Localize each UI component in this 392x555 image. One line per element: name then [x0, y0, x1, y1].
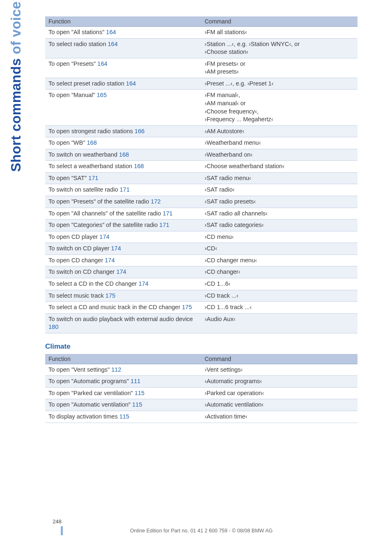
- function-cell: To open strongest radio stations 166: [45, 125, 201, 137]
- table-row: To select radio station 164›Station ...‹…: [45, 38, 357, 58]
- page-ref[interactable]: 168: [132, 163, 144, 169]
- page-ref[interactable]: 174: [115, 268, 126, 275]
- table-row: To switch on audio playback with externa…: [45, 313, 357, 333]
- page-ref[interactable]: 180: [48, 324, 58, 330]
- function-cell: To switch on weatherband 168: [45, 149, 201, 161]
- function-text: To select a CD and music track in the CD…: [48, 304, 180, 310]
- page-ref[interactable]: 164: [96, 60, 107, 67]
- page-ref[interactable]: 171: [161, 210, 173, 217]
- page-ref[interactable]: 171: [87, 175, 98, 181]
- page-ref[interactable]: 115: [133, 390, 144, 396]
- page-ref[interactable]: 174: [98, 234, 109, 240]
- function-cell: To open "Parked car ventilation" 115: [45, 387, 201, 399]
- command-cell: ›CD 1...6‹: [201, 278, 357, 290]
- page-ref[interactable]: 164: [106, 41, 118, 47]
- command-cell: ›SAT radio all channels‹: [201, 208, 357, 220]
- side-tab-part2: of voice command system: [8, 0, 23, 54]
- command-cell: ›Preset ...‹, e.g. ›Preset 1‹: [201, 78, 357, 90]
- table-row: To open "Vent settings" 112›Vent setting…: [45, 364, 357, 376]
- function-cell: To open "Automatic programs" 111: [45, 376, 201, 388]
- table-row: To open "Manual" 165›FM manual‹,›AM manu…: [45, 90, 357, 125]
- function-cell: To select music track 175: [45, 290, 201, 302]
- function-text: To open "All stations": [48, 29, 104, 35]
- table-row: To open strongest radio stations 166›AM …: [45, 125, 357, 137]
- page-ref[interactable]: 174: [109, 245, 121, 252]
- command-cell: ›Parked car operation‹: [201, 387, 357, 399]
- page-ref[interactable]: 115: [118, 413, 129, 420]
- command-cell: ›FM presets‹ or›AM presets‹: [201, 58, 357, 78]
- page-ref[interactable]: 171: [118, 186, 129, 193]
- function-cell: To switch on satellite radio 171: [45, 184, 201, 196]
- table-row: To open "Presets" 164›FM presets‹ or›AM …: [45, 58, 357, 78]
- command-cell: ›Automatic ventilation‹: [201, 399, 357, 411]
- footer-text: Online Edition for Part no. 01 41 2 600 …: [45, 528, 357, 534]
- function-cell: To select a CD and music track in the CD…: [45, 302, 201, 314]
- function-text: To switch on CD player: [48, 245, 109, 252]
- function-cell: To open "All stations" 164: [45, 27, 201, 39]
- function-cell: To open "WB" 168: [45, 137, 201, 149]
- table-row: To open "All channels" of the satellite …: [45, 208, 357, 220]
- function-text: To open strongest radio stations: [48, 128, 133, 134]
- page-ref[interactable]: 174: [137, 280, 148, 287]
- function-text: To open "All channels" of the satellite …: [48, 210, 161, 217]
- entertainment-table: Function Command To open "All stations" …: [45, 16, 357, 333]
- table-row: To switch on CD player 174›CD‹: [45, 243, 357, 255]
- table-row: To open "Categories" of the satellite ra…: [45, 220, 357, 231]
- command-cell: ›SAT radio‹: [201, 184, 357, 196]
- function-text: To select radio station: [48, 41, 106, 47]
- page-ref[interactable]: 172: [149, 198, 161, 205]
- function-text: To open "SAT": [48, 175, 87, 181]
- table-row: To switch on CD changer 174›CD changer‹: [45, 266, 357, 278]
- command-cell: ›CD changer‹: [201, 266, 357, 278]
- function-text: To open "Vent settings": [48, 366, 110, 373]
- function-text: To switch on weatherband: [48, 151, 118, 158]
- function-text: To open "Automatic programs": [48, 378, 129, 384]
- page-ref[interactable]: 171: [158, 222, 169, 228]
- page-ref[interactable]: 165: [95, 92, 106, 98]
- page-ref[interactable]: 115: [131, 401, 142, 408]
- table-row: To select a CD and music track in the CD…: [45, 302, 357, 314]
- command-cell: ›CD‹: [201, 243, 357, 255]
- function-text: To switch on satellite radio: [48, 186, 118, 193]
- function-cell: To open "Vent settings" 112: [45, 364, 201, 376]
- function-cell: To display activation times 115: [45, 411, 201, 423]
- command-cell: ›Automatic programs‹: [201, 376, 357, 388]
- table-row: To select music track 175›CD track ...‹: [45, 290, 357, 302]
- function-cell: To open "Manual" 165: [45, 90, 201, 125]
- command-cell: ›FM manual‹,›AM manual‹ or›Choose freque…: [201, 90, 357, 125]
- command-cell: ›SAT radio categories‹: [201, 220, 357, 231]
- table-row: To display activation times 115›Activati…: [45, 411, 357, 423]
- table-row: To select a CD in the CD changer 174›CD …: [45, 278, 357, 290]
- command-cell: ›FM all stations‹: [201, 27, 357, 39]
- function-cell: To open "Categories" of the satellite ra…: [45, 220, 201, 231]
- function-text: To select music track: [48, 292, 104, 299]
- page-ref[interactable]: 168: [118, 151, 129, 158]
- command-cell: ›CD menu‹: [201, 231, 357, 243]
- table-row: To open "WB" 168›Weatherband menu‹: [45, 137, 357, 149]
- page-number: 248: [53, 518, 62, 525]
- command-cell: ›SAT radio presets‹: [201, 196, 357, 208]
- page-ref[interactable]: 164: [125, 80, 136, 87]
- page-ref[interactable]: 168: [85, 139, 97, 146]
- table-row: To open "SAT" 171›SAT radio menu‹: [45, 172, 357, 184]
- function-text: To select preset radio station: [48, 80, 125, 87]
- table-row: To switch on weatherband 168›Weatherband…: [45, 149, 357, 161]
- function-cell: To switch on audio playback with externa…: [45, 313, 201, 333]
- page-ref[interactable]: 166: [133, 128, 145, 134]
- page-ref[interactable]: 164: [104, 29, 116, 35]
- page-ref[interactable]: 175: [180, 304, 192, 310]
- page-ref[interactable]: 111: [129, 378, 141, 384]
- command-cell: ›CD 1...6 track ...‹: [201, 302, 357, 314]
- command-cell: ›Choose weatherband station‹: [201, 161, 357, 173]
- page-ref[interactable]: 112: [110, 366, 121, 373]
- col-function: Function: [45, 16, 201, 27]
- page-ref[interactable]: 175: [104, 292, 115, 299]
- function-text: To display activation times: [48, 413, 118, 420]
- command-cell: ›SAT radio menu‹: [201, 172, 357, 184]
- side-tab-label: Short commands of voice command system: [8, 0, 24, 172]
- function-text: To open CD changer: [48, 257, 103, 264]
- command-cell: ›Weatherband on‹: [201, 149, 357, 161]
- page-ref[interactable]: 174: [103, 257, 115, 264]
- command-cell: ›Station ...‹, e.g. ›Station WNYC‹, or›C…: [201, 38, 357, 58]
- command-cell: ›Vent settings‹: [201, 364, 357, 376]
